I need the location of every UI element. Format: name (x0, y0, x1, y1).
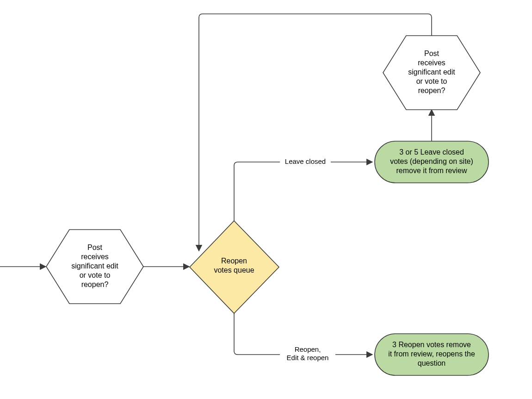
round-top-line1: 3 or 5 Leave closed (399, 148, 464, 156)
diamond-line1: Reopen (221, 257, 247, 265)
hex-right-line3: significant edit (408, 68, 455, 76)
node-hex-left: Post receives significant edit or vote t… (46, 230, 143, 304)
hex-left-line2: receives (81, 253, 109, 261)
round-top-line2: votes (depending on site) (390, 157, 473, 165)
round-bottom-line1: 3 Reopen votes remove (392, 341, 471, 349)
diamond-line2: votes queue (214, 266, 254, 274)
edge-label-reopen-line1: Reopen, (295, 345, 321, 353)
hex-left-line3: significant edit (71, 262, 118, 270)
edge-diamond-to-roundtop (234, 162, 372, 221)
edge-label-reopen-line2: Edit & reopen (287, 354, 329, 362)
node-round-leave-closed: 3 or 5 Leave closed votes (depending on … (375, 141, 489, 183)
hex-left-line1: Post (87, 243, 103, 251)
hex-right-line2: receives (418, 59, 445, 67)
round-bottom-line2: it from review, reopens the (388, 350, 475, 358)
flowchart-canvas: Leave closed Reopen, Edit & reopen Post … (0, 0, 532, 399)
hex-left-line5: reopen? (81, 281, 109, 288)
hex-right-line4: or vote to (416, 77, 447, 85)
hex-right-line5: reopen? (418, 87, 445, 94)
node-hex-right: Post receives significant edit or vote t… (383, 36, 480, 110)
hex-left-line4: or vote to (80, 271, 111, 279)
round-top-line3: remove it from review (396, 167, 467, 175)
node-diamond-reopen-queue: Reopen votes queue (190, 221, 279, 313)
node-round-reopen: 3 Reopen votes remove it from review, re… (375, 334, 489, 375)
edge-label-leave-closed: Leave closed (285, 157, 326, 165)
round-bottom-line3: question (418, 359, 446, 367)
hex-right-line1: Post (424, 50, 439, 57)
